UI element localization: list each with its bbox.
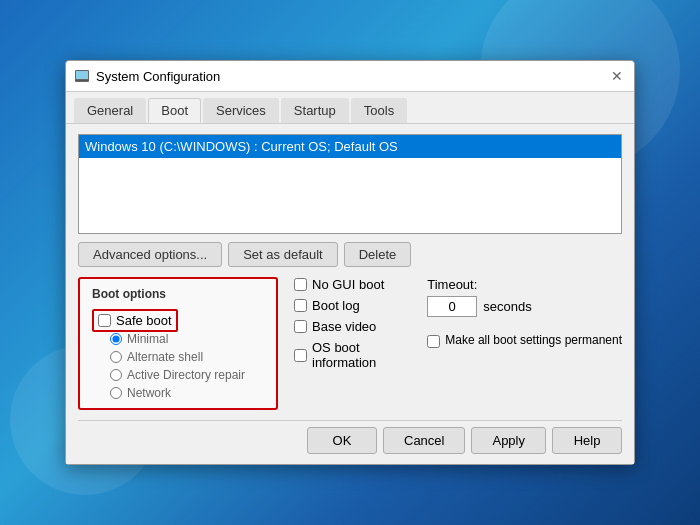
safe-boot-label: Safe boot [116, 313, 172, 328]
bottom-buttons: OK Cancel Apply Help [78, 420, 622, 454]
radio-network-input[interactable] [110, 387, 122, 399]
apply-button[interactable]: Apply [471, 427, 546, 454]
radio-active-directory-input[interactable] [110, 369, 122, 381]
ok-button[interactable]: OK [307, 427, 377, 454]
boot-log-row: Boot log [294, 298, 411, 313]
set-default-button[interactable]: Set as default [228, 242, 338, 267]
dialog-icon [74, 68, 90, 84]
os-boot-info-checkbox[interactable] [294, 349, 307, 362]
boot-log-label: Boot log [312, 298, 360, 313]
timeout-label: Timeout: [427, 277, 477, 292]
tab-general[interactable]: General [74, 98, 146, 123]
action-buttons: Advanced options... Set as default Delet… [78, 242, 622, 267]
tab-bar: General Boot Services Startup Tools [66, 92, 634, 124]
advanced-options-button[interactable]: Advanced options... [78, 242, 222, 267]
make-permanent-label: Make all boot settings permanent [445, 333, 622, 349]
radio-active-directory: Active Directory repair [110, 368, 264, 382]
delete-button[interactable]: Delete [344, 242, 412, 267]
no-gui-boot-row: No GUI boot [294, 277, 411, 292]
boot-log-checkbox[interactable] [294, 299, 307, 312]
dialog-title: System Configuration [96, 69, 220, 84]
radio-alternate-label: Alternate shell [127, 350, 203, 364]
tab-startup[interactable]: Startup [281, 98, 349, 123]
safe-boot-checkbox[interactable] [98, 314, 111, 327]
radio-group: Minimal Alternate shell Active Directory… [110, 332, 264, 400]
help-button[interactable]: Help [552, 427, 622, 454]
base-video-label: Base video [312, 319, 376, 334]
base-video-row: Base video [294, 319, 411, 334]
close-button[interactable]: ✕ [608, 67, 626, 85]
title-bar: System Configuration ✕ [66, 61, 634, 92]
radio-minimal-label: Minimal [127, 332, 168, 346]
radio-minimal: Minimal [110, 332, 264, 346]
make-permanent-checkbox[interactable] [427, 335, 440, 348]
tab-tools[interactable]: Tools [351, 98, 407, 123]
safe-boot-highlight: Safe boot [92, 309, 178, 332]
system-config-dialog: System Configuration ✕ General Boot Serv… [65, 60, 635, 465]
right-options: No GUI boot Boot log Base video OS boot … [294, 277, 411, 410]
no-gui-boot-checkbox[interactable] [294, 278, 307, 291]
timeout-input[interactable] [427, 296, 477, 317]
os-boot-info-row: OS boot information [294, 340, 411, 370]
svg-rect-1 [76, 71, 88, 79]
options-area: Boot options Safe boot Minimal Alternate… [78, 277, 622, 410]
svg-rect-2 [76, 80, 88, 81]
tab-boot[interactable]: Boot [148, 98, 201, 123]
timeout-row: seconds [427, 296, 531, 317]
timeout-area: Timeout: seconds Make all boot settings … [427, 277, 622, 410]
os-boot-info-label: OS boot information [312, 340, 411, 370]
boot-options-title: Boot options [92, 287, 264, 301]
boot-options-box: Boot options Safe boot Minimal Alternate… [78, 277, 278, 410]
os-list[interactable]: Windows 10 (C:\WINDOWS) : Current OS; De… [78, 134, 622, 234]
no-gui-boot-label: No GUI boot [312, 277, 384, 292]
radio-active-directory-label: Active Directory repair [127, 368, 245, 382]
radio-network: Network [110, 386, 264, 400]
make-permanent-row: Make all boot settings permanent [427, 333, 622, 349]
os-list-item[interactable]: Windows 10 (C:\WINDOWS) : Current OS; De… [79, 135, 621, 158]
tab-services[interactable]: Services [203, 98, 279, 123]
radio-alternate-shell: Alternate shell [110, 350, 264, 364]
radio-network-label: Network [127, 386, 171, 400]
radio-minimal-input[interactable] [110, 333, 122, 345]
tab-content: Windows 10 (C:\WINDOWS) : Current OS; De… [66, 124, 634, 464]
radio-alternate-input[interactable] [110, 351, 122, 363]
timeout-unit: seconds [483, 299, 531, 314]
base-video-checkbox[interactable] [294, 320, 307, 333]
cancel-button[interactable]: Cancel [383, 427, 465, 454]
